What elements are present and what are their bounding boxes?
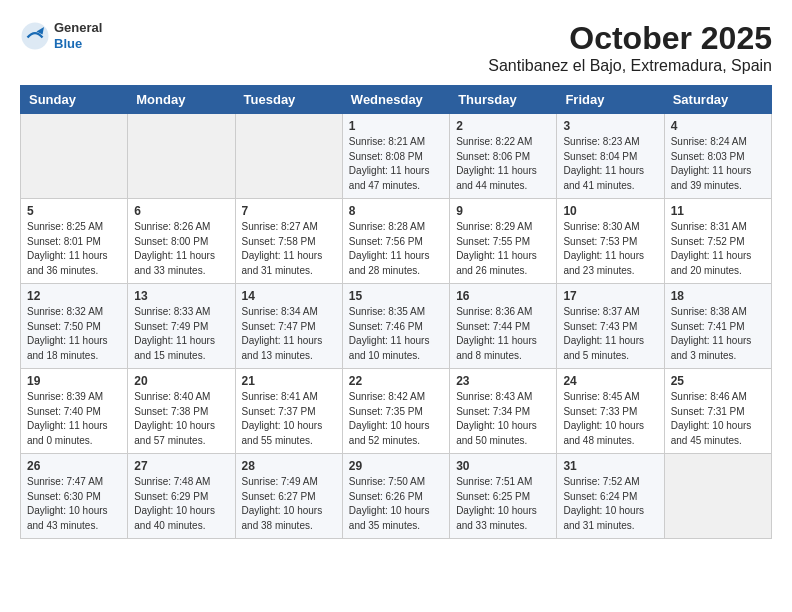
week-row-5: 26Sunrise: 7:47 AM Sunset: 6:30 PM Dayli… (21, 454, 772, 539)
day-info: Sunrise: 8:41 AM Sunset: 7:37 PM Dayligh… (242, 390, 336, 448)
day-number: 28 (242, 459, 336, 473)
day-number: 7 (242, 204, 336, 218)
weekday-sunday: Sunday (21, 86, 128, 114)
day-info: Sunrise: 7:49 AM Sunset: 6:27 PM Dayligh… (242, 475, 336, 533)
day-info: Sunrise: 8:37 AM Sunset: 7:43 PM Dayligh… (563, 305, 657, 363)
calendar-cell: 28Sunrise: 7:49 AM Sunset: 6:27 PM Dayli… (235, 454, 342, 539)
calendar-cell: 4Sunrise: 8:24 AM Sunset: 8:03 PM Daylig… (664, 114, 771, 199)
day-info: Sunrise: 8:25 AM Sunset: 8:01 PM Dayligh… (27, 220, 121, 278)
calendar-cell: 30Sunrise: 7:51 AM Sunset: 6:25 PM Dayli… (450, 454, 557, 539)
day-number: 12 (27, 289, 121, 303)
calendar-cell: 20Sunrise: 8:40 AM Sunset: 7:38 PM Dayli… (128, 369, 235, 454)
calendar-cell: 29Sunrise: 7:50 AM Sunset: 6:26 PM Dayli… (342, 454, 449, 539)
calendar-cell (664, 454, 771, 539)
week-row-2: 5Sunrise: 8:25 AM Sunset: 8:01 PM Daylig… (21, 199, 772, 284)
calendar-cell: 17Sunrise: 8:37 AM Sunset: 7:43 PM Dayli… (557, 284, 664, 369)
day-info: Sunrise: 7:52 AM Sunset: 6:24 PM Dayligh… (563, 475, 657, 533)
calendar-cell: 26Sunrise: 7:47 AM Sunset: 6:30 PM Dayli… (21, 454, 128, 539)
day-info: Sunrise: 8:36 AM Sunset: 7:44 PM Dayligh… (456, 305, 550, 363)
calendar-cell: 2Sunrise: 8:22 AM Sunset: 8:06 PM Daylig… (450, 114, 557, 199)
day-number: 19 (27, 374, 121, 388)
weekday-tuesday: Tuesday (235, 86, 342, 114)
calendar-cell: 14Sunrise: 8:34 AM Sunset: 7:47 PM Dayli… (235, 284, 342, 369)
day-number: 1 (349, 119, 443, 133)
day-info: Sunrise: 8:23 AM Sunset: 8:04 PM Dayligh… (563, 135, 657, 193)
week-row-3: 12Sunrise: 8:32 AM Sunset: 7:50 PM Dayli… (21, 284, 772, 369)
day-number: 25 (671, 374, 765, 388)
calendar-cell: 31Sunrise: 7:52 AM Sunset: 6:24 PM Dayli… (557, 454, 664, 539)
logo: General Blue (20, 20, 102, 51)
calendar-body: 1Sunrise: 8:21 AM Sunset: 8:08 PM Daylig… (21, 114, 772, 539)
day-number: 23 (456, 374, 550, 388)
day-info: Sunrise: 8:22 AM Sunset: 8:06 PM Dayligh… (456, 135, 550, 193)
day-number: 6 (134, 204, 228, 218)
day-info: Sunrise: 8:34 AM Sunset: 7:47 PM Dayligh… (242, 305, 336, 363)
day-number: 18 (671, 289, 765, 303)
logo-general: General (54, 20, 102, 36)
calendar-cell: 21Sunrise: 8:41 AM Sunset: 7:37 PM Dayli… (235, 369, 342, 454)
day-number: 31 (563, 459, 657, 473)
calendar-table: SundayMondayTuesdayWednesdayThursdayFrid… (20, 85, 772, 539)
day-info: Sunrise: 8:21 AM Sunset: 8:08 PM Dayligh… (349, 135, 443, 193)
calendar-cell: 15Sunrise: 8:35 AM Sunset: 7:46 PM Dayli… (342, 284, 449, 369)
day-number: 20 (134, 374, 228, 388)
day-info: Sunrise: 8:29 AM Sunset: 7:55 PM Dayligh… (456, 220, 550, 278)
logo-blue: Blue (54, 36, 102, 52)
day-info: Sunrise: 8:45 AM Sunset: 7:33 PM Dayligh… (563, 390, 657, 448)
weekday-friday: Friday (557, 86, 664, 114)
day-number: 9 (456, 204, 550, 218)
day-number: 30 (456, 459, 550, 473)
day-info: Sunrise: 7:47 AM Sunset: 6:30 PM Dayligh… (27, 475, 121, 533)
day-number: 27 (134, 459, 228, 473)
calendar-cell: 23Sunrise: 8:43 AM Sunset: 7:34 PM Dayli… (450, 369, 557, 454)
calendar-cell: 24Sunrise: 8:45 AM Sunset: 7:33 PM Dayli… (557, 369, 664, 454)
day-number: 26 (27, 459, 121, 473)
day-number: 22 (349, 374, 443, 388)
weekday-monday: Monday (128, 86, 235, 114)
weekday-thursday: Thursday (450, 86, 557, 114)
calendar-cell (21, 114, 128, 199)
day-number: 14 (242, 289, 336, 303)
calendar-cell: 22Sunrise: 8:42 AM Sunset: 7:35 PM Dayli… (342, 369, 449, 454)
calendar-subtitle: Santibanez el Bajo, Extremadura, Spain (488, 57, 772, 75)
logo-icon (20, 21, 50, 51)
calendar-cell: 16Sunrise: 8:36 AM Sunset: 7:44 PM Dayli… (450, 284, 557, 369)
calendar-cell: 11Sunrise: 8:31 AM Sunset: 7:52 PM Dayli… (664, 199, 771, 284)
day-info: Sunrise: 8:31 AM Sunset: 7:52 PM Dayligh… (671, 220, 765, 278)
weekday-header-row: SundayMondayTuesdayWednesdayThursdayFrid… (21, 86, 772, 114)
day-info: Sunrise: 8:33 AM Sunset: 7:49 PM Dayligh… (134, 305, 228, 363)
day-info: Sunrise: 8:43 AM Sunset: 7:34 PM Dayligh… (456, 390, 550, 448)
calendar-cell: 10Sunrise: 8:30 AM Sunset: 7:53 PM Dayli… (557, 199, 664, 284)
day-info: Sunrise: 8:39 AM Sunset: 7:40 PM Dayligh… (27, 390, 121, 448)
calendar-cell: 25Sunrise: 8:46 AM Sunset: 7:31 PM Dayli… (664, 369, 771, 454)
day-info: Sunrise: 8:28 AM Sunset: 7:56 PM Dayligh… (349, 220, 443, 278)
day-number: 29 (349, 459, 443, 473)
day-info: Sunrise: 8:46 AM Sunset: 7:31 PM Dayligh… (671, 390, 765, 448)
day-info: Sunrise: 8:42 AM Sunset: 7:35 PM Dayligh… (349, 390, 443, 448)
day-info: Sunrise: 8:38 AM Sunset: 7:41 PM Dayligh… (671, 305, 765, 363)
day-number: 5 (27, 204, 121, 218)
svg-point-0 (22, 22, 49, 49)
day-number: 24 (563, 374, 657, 388)
day-info: Sunrise: 8:27 AM Sunset: 7:58 PM Dayligh… (242, 220, 336, 278)
calendar-cell: 19Sunrise: 8:39 AM Sunset: 7:40 PM Dayli… (21, 369, 128, 454)
day-number: 10 (563, 204, 657, 218)
day-info: Sunrise: 7:51 AM Sunset: 6:25 PM Dayligh… (456, 475, 550, 533)
title-area: October 2025 Santibanez el Bajo, Extrema… (488, 20, 772, 75)
day-number: 3 (563, 119, 657, 133)
day-info: Sunrise: 8:35 AM Sunset: 7:46 PM Dayligh… (349, 305, 443, 363)
day-info: Sunrise: 7:50 AM Sunset: 6:26 PM Dayligh… (349, 475, 443, 533)
calendar-cell: 18Sunrise: 8:38 AM Sunset: 7:41 PM Dayli… (664, 284, 771, 369)
calendar-cell: 13Sunrise: 8:33 AM Sunset: 7:49 PM Dayli… (128, 284, 235, 369)
day-number: 8 (349, 204, 443, 218)
weekday-saturday: Saturday (664, 86, 771, 114)
day-info: Sunrise: 8:26 AM Sunset: 8:00 PM Dayligh… (134, 220, 228, 278)
day-number: 13 (134, 289, 228, 303)
day-number: 17 (563, 289, 657, 303)
calendar-cell: 3Sunrise: 8:23 AM Sunset: 8:04 PM Daylig… (557, 114, 664, 199)
weekday-wednesday: Wednesday (342, 86, 449, 114)
day-info: Sunrise: 8:40 AM Sunset: 7:38 PM Dayligh… (134, 390, 228, 448)
day-info: Sunrise: 8:32 AM Sunset: 7:50 PM Dayligh… (27, 305, 121, 363)
day-number: 4 (671, 119, 765, 133)
day-number: 16 (456, 289, 550, 303)
